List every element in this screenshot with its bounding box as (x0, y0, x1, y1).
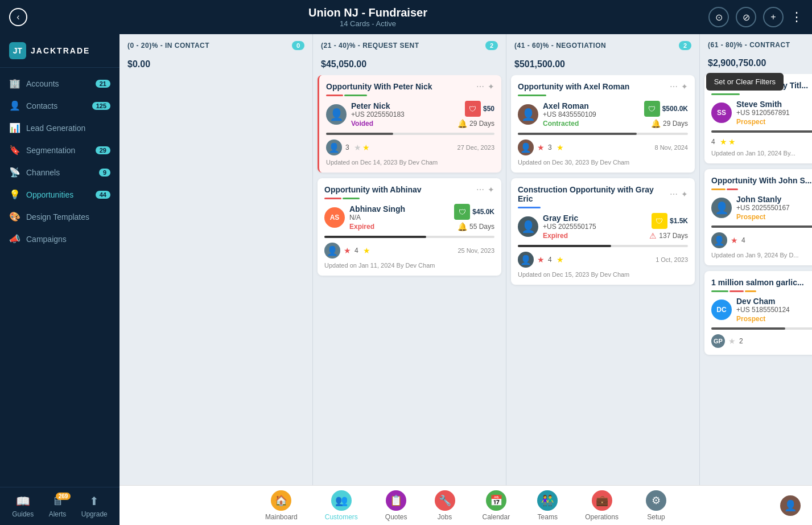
stars-abhinav: ★ (363, 246, 370, 255)
sidebar-item-opportunities[interactable]: 💡 Opportunities 44 (0, 183, 119, 206)
tab-quotes[interactable]: 📋 Quotes (372, 486, 421, 526)
color-bar-green-3 (518, 95, 546, 96)
card-abhinav-title: Opportunity with Abhinav (324, 185, 476, 194)
date-axel: 8 Nov, 2024 (654, 144, 688, 151)
quotes-icon: 📋 (386, 490, 406, 511)
teams-label: Teams (538, 513, 558, 521)
sidebar-item-contacts[interactable]: 👤 Contacts 125 (0, 95, 119, 117)
color-bar-red-2 (324, 198, 341, 199)
tab-jobs[interactable]: 🔧 Jobs (421, 486, 469, 526)
more-options-button[interactable]: ⋮ (790, 10, 803, 24)
search-button[interactable]: ⊙ (708, 7, 729, 27)
avatar-axel: 👤 (518, 104, 538, 125)
card-axel-title: Opportunity with Axel Roman (518, 82, 670, 91)
contact-phone-abhinav: N/A (349, 214, 405, 222)
contact-status-peter-nick: Voided (351, 120, 405, 128)
alerts-badge: 269 (56, 493, 71, 500)
user-avatar-bottom[interactable]: 👤 (780, 495, 801, 516)
card-john-stanly[interactable]: Opportunity With John S... 👤 John Stanly (704, 169, 812, 265)
page-header: Union NJ - Fundraiser 14 Cards - Active (308, 6, 427, 28)
tab-operations[interactable]: 💼 Operations (571, 486, 632, 526)
col3-cards: Opportunity with Axel Roman ⋯ ✦ 👤 (506, 75, 699, 485)
page-title: Union NJ - Fundraiser (308, 6, 427, 19)
stars-axel: ★ (557, 143, 564, 152)
card-dev-title: 1 million salmon garlic... (711, 278, 812, 287)
color-bar-red-7 (729, 290, 744, 292)
contact-name-steve: Steve Smith (736, 100, 790, 109)
sidebar-item-accounts[interactable]: 🏢 Accounts 21 (0, 72, 119, 95)
card-peter-nick[interactable]: Opportunity With Peter Nick ⋯ ✦ (318, 75, 501, 173)
card-more-icon-3[interactable]: ⋯ (670, 82, 678, 91)
nav-items: 🏢 Accounts 21 👤 Contacts 125 📊 Lead Gene… (0, 68, 119, 487)
card-dev-cham[interactable]: 1 million salmon garlic... DC Dev Cha (704, 271, 812, 355)
kanban-col-1: (0 - 20)% - IN CONTACT 0 $0.00 (119, 34, 313, 485)
segmentation-label: Segmentation (26, 146, 75, 155)
contact-status-john: Prospect (736, 213, 790, 221)
progress-bar-gray (518, 245, 688, 247)
date-abhinav: 25 Nov, 2023 (457, 247, 494, 254)
mainboard-label: Mainboard (265, 513, 298, 521)
sidebar: JT JACKTRADE 🏢 Accounts 21 👤 Contacts 12… (0, 34, 119, 525)
alerts-label: Alerts (49, 510, 67, 518)
add-button[interactable]: + (763, 7, 784, 27)
sidebar-item-segmentation[interactable]: 🔖 Segmentation 29 (0, 139, 119, 161)
card-axel-roman[interactable]: Opportunity with Axel Roman ⋯ ✦ 👤 (511, 75, 695, 173)
star-count-peter-nick: 3 (345, 143, 349, 151)
color-bar-orange-7 (745, 290, 756, 292)
progress-bar-peter-nick (326, 133, 494, 135)
star-count-steve: 4 (711, 138, 715, 146)
col3-header: (41 - 60)% - NEGOTIATION 2 (506, 34, 699, 57)
footer-avatar-abhinav: 👤 (324, 243, 340, 259)
content-wrapper: Set or Clear Filters (0 - 20)% - IN CONT… (119, 34, 812, 525)
card-more-icon-4[interactable]: ⋯ (670, 190, 678, 199)
avatar-steve: SS (711, 102, 732, 123)
footer-avatar-john: 👤 (711, 232, 727, 248)
campaigns-icon: 📣 (9, 233, 20, 244)
contact-status-dev: Prospect (736, 315, 790, 323)
design-templates-label: Design Templates (26, 212, 89, 222)
contacts-icon: 👤 (9, 100, 20, 111)
card-more-icon[interactable]: ⋯ (476, 82, 484, 91)
avatar-john: 👤 (711, 198, 732, 218)
opportunities-badge: 44 (96, 191, 110, 199)
amount-peter-nick: $50 (483, 105, 494, 113)
shield-gray: 🛡 (652, 213, 667, 229)
card-gray-title: Construction Opportunity with Gray Eric (518, 185, 670, 203)
amount-gray: $1.5K (670, 217, 688, 225)
sidebar-item-campaigns[interactable]: 📣 Campaigns (0, 228, 119, 250)
sidebar-item-lead-generation[interactable]: 📊 Lead Generation (0, 117, 119, 139)
card-gray-eric[interactable]: Construction Opportunity with Gray Eric … (511, 178, 695, 285)
logo-text: JACKTRADE (31, 46, 90, 55)
tab-calendar[interactable]: 📅 Calendar (469, 486, 524, 526)
accounts-badge: 21 (96, 80, 110, 88)
alerts-button[interactable]: 🖥 269 Alerts (49, 495, 67, 518)
tab-customers[interactable]: 👥 Customers (311, 486, 372, 526)
contact-name-gray: Gray Eric (543, 214, 596, 223)
col4-title: (61 - 80)% - CONTRACT (708, 41, 790, 49)
card-more-icon-2[interactable]: ⋯ (476, 185, 484, 194)
sidebar-item-channels[interactable]: 📡 Channels 9 (0, 161, 119, 183)
channels-badge: 9 (99, 169, 110, 177)
filter-button[interactable]: ⊘ (736, 7, 756, 27)
operations-label: Operations (585, 513, 619, 521)
sidebar-item-design-templates[interactable]: 🎨 Design Templates (0, 206, 119, 228)
opportunities-icon: 💡 (9, 189, 20, 200)
contact-phone-steve: +US 9120567891 (736, 109, 790, 117)
tab-setup[interactable]: ⚙ Setup (632, 486, 680, 526)
tab-teams[interactable]: 👫 Teams (524, 486, 571, 526)
lead-generation-icon: 📊 (9, 122, 20, 133)
page-subtitle: 14 Cards - Active (308, 19, 427, 28)
guides-label: Guides (12, 510, 34, 518)
days-gray: 137 Days (659, 232, 688, 240)
card-abhinav[interactable]: Opportunity with Abhinav ⋯ ✦ (318, 178, 501, 276)
col2-amount: $45,050.00 (313, 57, 506, 75)
upgrade-button[interactable]: ⬆ Upgrade (81, 494, 108, 518)
date-peter-nick: 27 Dec, 2023 (457, 144, 494, 151)
tab-mainboard[interactable]: 🏠 Mainboard (252, 486, 311, 526)
col3-amount: $501,500.00 (506, 57, 699, 75)
color-bar-green-2 (343, 198, 360, 199)
main-layout: JT JACKTRADE 🏢 Accounts 21 👤 Contacts 12… (0, 34, 812, 525)
guides-button[interactable]: 📖 Guides (12, 494, 34, 518)
back-button[interactable]: ‹ (9, 8, 27, 26)
contact-status-axel: Contracted (543, 120, 596, 128)
